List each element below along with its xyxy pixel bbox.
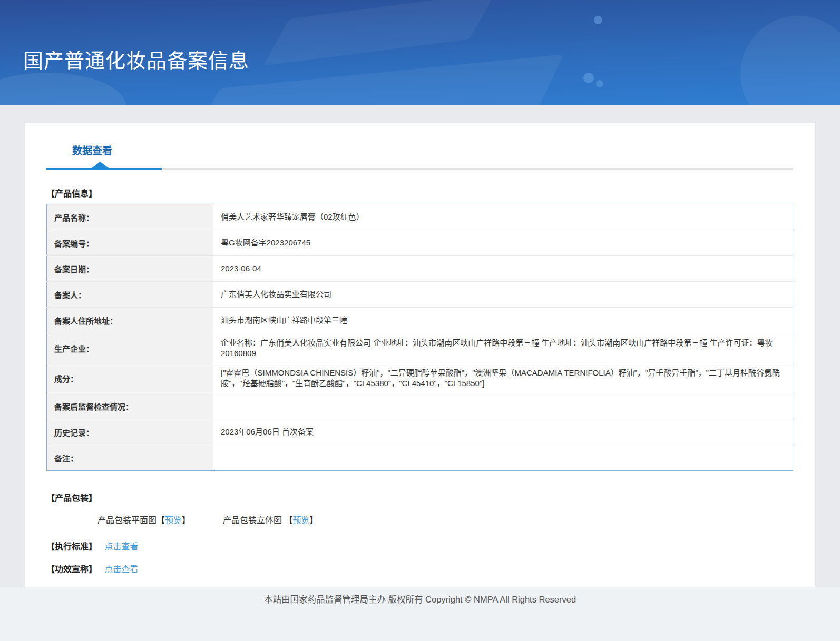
tab-underline-active — [46, 168, 162, 170]
product-info-table: 产品名称： 俏美人艺术家奢华臻宠唇膏（02玫红色） 备案编号： 粤G妆网备字20… — [46, 204, 793, 471]
packaging-flat-preview-link[interactable]: 预览 — [165, 516, 182, 525]
row-value: 2023-06-04 — [213, 256, 793, 282]
row-value: 企业名称：广东俏美人化妆品实业有限公司 企业地址：汕头市潮南区峡山广祥路中段第三… — [213, 333, 793, 363]
row-value: 广东俏美人化妆品实业有限公司 — [213, 282, 793, 308]
row-value — [213, 445, 793, 471]
row-label: 备案后监督检查情况： — [47, 393, 213, 419]
table-row: 生产企业： 企业名称：广东俏美人化妆品实业有限公司 企业地址：汕头市潮南区峡山广… — [47, 333, 793, 363]
packaging-stereo-preview-link[interactable]: 预览 — [293, 516, 310, 525]
page-body: 数据查看 【产品信息】 产品名称： 俏美人艺术家奢华臻宠唇膏（02玫红色） 备案… — [0, 105, 840, 587]
header-decor-streak — [263, 0, 495, 66]
efficacy-label: 【功效宣称】 — [46, 565, 97, 574]
row-value: 2023年06月06日 首次备案 — [213, 419, 793, 445]
page-title: 国产普通化妆品备案信息 — [23, 44, 249, 73]
efficacy-view-link[interactable]: 点击查看 — [104, 565, 138, 574]
table-row: 备案人： 广东俏美人化妆品实业有限公司 — [47, 282, 793, 308]
section-title-packaging: 【产品包装】 — [46, 491, 815, 504]
packaging-stereo-item: 产品包装立体图 【预览】 — [223, 513, 318, 526]
bracket-open: 【 — [285, 516, 293, 525]
table-row: 成分： ["霍霍巴（SIMMONDSIA CHINENSIS）籽油"，"二异硬脂… — [47, 363, 793, 393]
page-footer: 本站由国家药品监督管理局主办 版权所有 Copyright © NMPA All… — [0, 587, 840, 641]
tab-pointer-triangle-icon — [92, 162, 109, 168]
row-value: ["霍霍巴（SIMMONDSIA CHINENSIS）籽油"，"二异硬脂醇苹果酸… — [213, 363, 793, 393]
row-label: 历史记录： — [47, 419, 213, 445]
table-row: 历史记录： 2023年06月06日 首次备案 — [47, 419, 793, 445]
table-row: 备案编号： 粤G妆网备字2023206745 — [47, 230, 793, 256]
footer-copyright: 本站由国家药品监督管理局主办 版权所有 Copyright © NMPA All… — [264, 595, 576, 604]
row-label: 备案人住所地址： — [47, 308, 213, 333]
packaging-flat-label: 产品包装平面图 — [97, 516, 157, 525]
bracket-close: 】 — [182, 516, 190, 525]
header-decor-ellipse — [0, 73, 126, 105]
tab-bar: 数据查看 — [25, 123, 815, 170]
content-card: 数据查看 【产品信息】 产品名称： 俏美人艺术家奢华臻宠唇膏（02玫红色） 备案… — [25, 123, 815, 587]
table-row: 产品名称： 俏美人艺术家奢华臻宠唇膏（02玫红色） — [47, 204, 793, 230]
table-row: 备案日期： 2023-06-04 — [47, 256, 793, 282]
row-label: 生产企业： — [47, 333, 213, 363]
packaging-stereo-label: 产品包装立体图 — [223, 516, 284, 525]
bracket-open: 【 — [157, 516, 165, 525]
table-row: 备案后监督检查情况： — [47, 393, 793, 419]
row-value: 俏美人艺术家奢华臻宠唇膏（02玫红色） — [213, 204, 793, 230]
row-label: 成分： — [47, 363, 213, 393]
section-title-product-info: 【产品信息】 — [46, 186, 815, 199]
page-header: 国产普通化妆品备案信息 — [0, 0, 840, 105]
tab-underline — [46, 168, 793, 170]
standard-row: 【执行标准】 点击查看 — [46, 539, 815, 552]
header-decor-circle — [740, 16, 840, 105]
row-label: 备案人： — [47, 282, 213, 308]
packaging-previews: 产品包装平面图【预览】 产品包装立体图 【预览】 — [97, 513, 815, 526]
standard-label: 【执行标准】 — [46, 542, 97, 551]
row-label: 备注： — [47, 445, 213, 471]
tab-data-view[interactable]: 数据查看 — [72, 143, 112, 157]
header-decor-dot — [596, 80, 603, 87]
packaging-flat-item: 产品包装平面图【预览】 — [97, 513, 190, 526]
standard-view-link[interactable]: 点击查看 — [104, 542, 138, 551]
efficacy-row: 【功效宣称】 点击查看 — [46, 562, 815, 575]
row-value: 粤G妆网备字2023206745 — [213, 230, 793, 256]
row-label: 产品名称： — [47, 204, 213, 230]
header-decor-dot — [594, 16, 602, 24]
table-row: 备注： — [47, 445, 793, 471]
row-value — [213, 393, 793, 419]
row-value: 汕头市潮南区峡山广祥路中段第三幢 — [213, 308, 793, 333]
header-decor-dot — [583, 73, 594, 83]
row-label: 备案日期： — [47, 256, 213, 282]
bracket-close: 】 — [310, 516, 318, 525]
table-row: 备案人住所地址： 汕头市潮南区峡山广祥路中段第三幢 — [47, 308, 793, 333]
row-label: 备案编号： — [47, 230, 213, 256]
